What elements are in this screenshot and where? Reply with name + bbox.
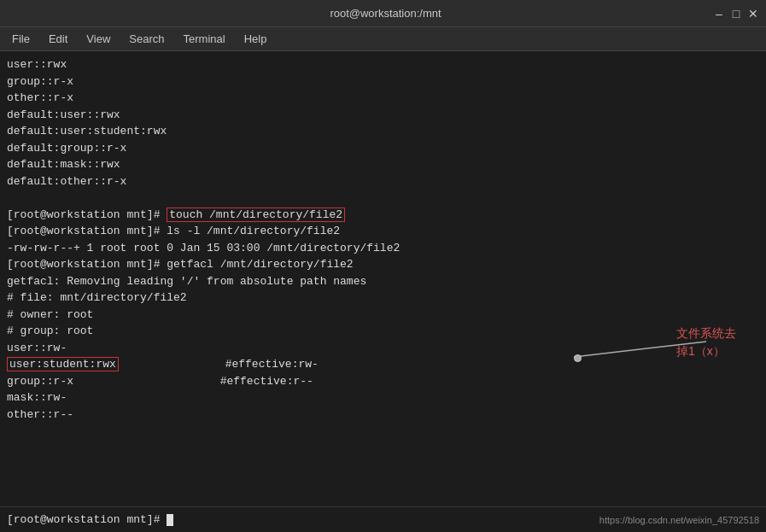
annotation-line1: 文件系统去: [676, 326, 736, 340]
annotation-line2: 掉1（x）: [676, 344, 725, 358]
output-line-6: default:mask::rwx: [7, 156, 759, 173]
menu-search[interactable]: Search: [120, 31, 172, 47]
cursor: [167, 514, 173, 526]
output-line-20: mask::rw-: [7, 389, 759, 406]
maximize-button[interactable]: □: [730, 8, 742, 20]
output-line-1: group::r-x: [7, 73, 759, 91]
output-line-10: [root@workstation mnt]# ls -l /mnt/direc…: [7, 223, 759, 240]
menu-terminal[interactable]: Terminal: [175, 31, 234, 47]
output-line-9: [root@workstation mnt]# touch /mnt/direc…: [7, 207, 759, 224]
status-bar: [root@workstation mnt]# https://blog.csd…: [0, 506, 766, 532]
menu-view[interactable]: View: [78, 31, 119, 47]
terminal-body[interactable]: user::rwxgroup::r-xother::r-xdefault:use…: [0, 51, 766, 506]
output-line-4: default:user:student:rwx: [7, 123, 759, 140]
output-line-12: [root@workstation mnt]# getfacl /mnt/dir…: [7, 256, 759, 273]
minimize-button[interactable]: –: [713, 8, 725, 20]
menu-edit[interactable]: Edit: [40, 31, 76, 47]
highlighted-acl-line: user:student:rwx: [7, 357, 119, 371]
output-line-15: # owner: root: [7, 307, 759, 324]
annotation-dot: [574, 354, 582, 362]
menu-help[interactable]: Help: [236, 31, 276, 47]
output-line-3: default:user::rwx: [7, 107, 759, 124]
title-bar: root@workstation:/mnt – □ ✕: [0, 0, 766, 27]
window-controls: – □ ✕: [713, 8, 759, 20]
output-line-14: # file: mnt/directory/file2: [7, 289, 759, 307]
output-line-13: getfacl: Removing leading '/' from absol…: [7, 273, 759, 290]
prompt-text: [root@workstation mnt]#: [7, 513, 167, 526]
url-display: https://blog.csdn.net/weixin_45792518: [599, 515, 759, 525]
output-line-21: other::r--: [7, 406, 759, 424]
highlighted-command: touch /mnt/directory/file2: [167, 208, 345, 222]
output-line-5: default:group::r-x: [7, 140, 759, 157]
output-line-7: default:other::r-x: [7, 173, 759, 190]
menu-bar: File Edit View Search Terminal Help: [0, 27, 766, 51]
output-line-8: [7, 190, 759, 207]
output-line-0: user::rwx: [7, 56, 759, 73]
close-button[interactable]: ✕: [747, 8, 759, 20]
output-line-11: -rw-rw-r--+ 1 root root 0 Jan 15 03:00 /…: [7, 240, 759, 257]
bottom-prompt: [root@workstation mnt]#: [7, 513, 173, 526]
output-line-2: other::r-x: [7, 90, 759, 107]
terminal-window: root@workstation:/mnt – □ ✕ File Edit Vi…: [0, 0, 766, 532]
window-title: root@workstation:/mnt: [58, 7, 713, 20]
annotation-text: 文件系统去 掉1（x）: [676, 324, 736, 360]
menu-file[interactable]: File: [3, 31, 38, 47]
